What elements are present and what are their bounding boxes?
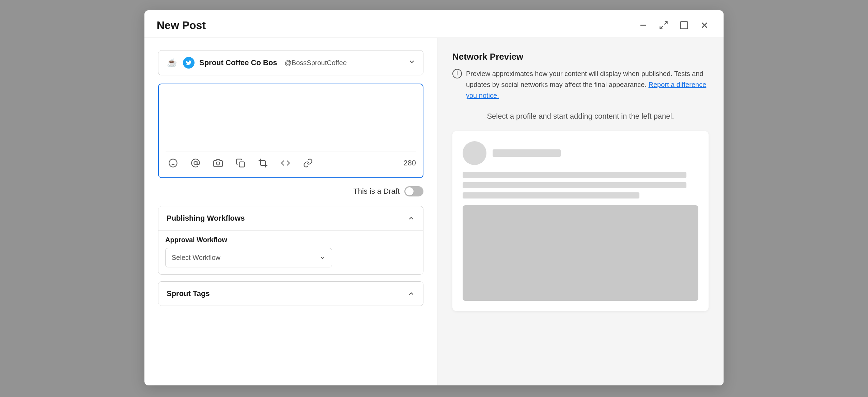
svg-rect-11 — [239, 162, 245, 167]
publishing-workflows-section: Publishing Workflows Approval Workflow S… — [158, 206, 423, 275]
toolbar-icons — [166, 156, 315, 171]
media-button[interactable] — [211, 156, 226, 171]
camera-icon — [213, 158, 223, 168]
tags-chevron-up-icon — [407, 290, 415, 297]
skeleton-line-1 — [463, 172, 686, 178]
compose-area: 280 — [158, 84, 423, 178]
expand-icon — [659, 20, 668, 30]
draft-row: This is a Draft — [158, 186, 423, 196]
char-count: 280 — [403, 159, 416, 167]
right-panel: Network Preview i Preview approximates h… — [437, 38, 724, 385]
workflow-select[interactable]: Select Workflow — [165, 248, 332, 267]
code-button[interactable] — [278, 156, 293, 171]
svg-rect-3 — [681, 22, 688, 29]
info-icon: i — [452, 69, 462, 78]
twitter-icon — [183, 57, 195, 69]
preview-avatar — [463, 141, 486, 165]
modal-title: New Post — [157, 19, 206, 32]
publishing-workflows-body: Approval Workflow Select Workflow — [158, 230, 423, 274]
link-button[interactable] — [300, 156, 315, 171]
workflows-chevron-up-icon — [407, 215, 415, 222]
profile-handle: @BossSproutCoffee — [285, 59, 347, 67]
emoji-button[interactable] — [166, 156, 181, 171]
minimize-icon — [638, 20, 648, 30]
close-icon — [700, 20, 709, 30]
skeleton-line-3 — [463, 192, 639, 198]
publishing-workflows-header[interactable]: Publishing Workflows — [158, 206, 423, 230]
sprout-tags-section: Sprout Tags — [158, 281, 423, 306]
svg-point-9 — [194, 161, 197, 164]
profile-name: Sprout Coffee Co Bos — [199, 58, 277, 67]
link-icon — [303, 158, 313, 168]
preview-placeholder-text: Select a profile and start adding conten… — [452, 112, 709, 121]
maximize-button[interactable] — [677, 18, 691, 32]
maximize-icon — [679, 20, 689, 30]
preview-profile-row — [463, 141, 698, 165]
svg-line-2 — [660, 26, 663, 29]
preview-notice: i Preview approximates how your content … — [452, 68, 709, 101]
modal-overlay: New Post — [0, 0, 868, 397]
emoji-icon — [168, 158, 178, 168]
compose-textarea[interactable] — [166, 91, 416, 146]
sprout-tags-header[interactable]: Sprout Tags — [158, 282, 423, 306]
code-icon — [281, 158, 290, 168]
copy-icon — [236, 158, 245, 168]
preview-content-skeletons — [463, 172, 698, 198]
left-panel: ☕ Sprout Coffee Co Bos @BossSproutCoffee — [144, 38, 437, 385]
profile-info: ☕ Sprout Coffee Co Bos @BossSproutCoffee — [166, 57, 347, 69]
profile-selector[interactable]: ☕ Sprout Coffee Co Bos @BossSproutCoffee — [158, 50, 423, 75]
new-post-modal: New Post — [144, 10, 724, 385]
modal-body: ☕ Sprout Coffee Co Bos @BossSproutCoffee — [144, 38, 724, 385]
preview-notice-text: Preview approximates how your content wi… — [466, 68, 709, 101]
sprout-tags-title: Sprout Tags — [167, 289, 210, 298]
crop-button[interactable] — [255, 156, 270, 171]
coffee-icon: ☕ — [166, 57, 178, 69]
approval-workflow-label: Approval Workflow — [165, 236, 416, 244]
workflow-select-text: Select Workflow — [172, 254, 220, 262]
preview-title: Network Preview — [452, 52, 709, 62]
preview-card — [452, 131, 709, 311]
mention-button[interactable] — [188, 156, 203, 171]
draft-label: This is a Draft — [353, 187, 400, 196]
draft-toggle[interactable] — [404, 186, 423, 196]
close-button[interactable] — [698, 18, 711, 32]
modal-header-actions — [636, 18, 711, 32]
workflow-chevron-down-icon — [320, 255, 326, 261]
preview-name-skeleton — [493, 149, 561, 157]
svg-point-10 — [216, 162, 219, 165]
minimize-button[interactable] — [636, 18, 650, 32]
preview-image-skeleton — [463, 205, 698, 301]
modal-header: New Post — [144, 10, 724, 38]
skeleton-line-2 — [463, 182, 686, 188]
copy-button[interactable] — [233, 156, 248, 171]
crop-icon — [258, 158, 268, 168]
svg-line-1 — [664, 22, 667, 25]
compose-toolbar: 280 — [166, 151, 416, 171]
publishing-workflows-title: Publishing Workflows — [167, 214, 245, 223]
svg-point-6 — [169, 159, 177, 167]
profile-chevron-down-icon — [408, 58, 416, 68]
at-icon — [191, 158, 200, 168]
expand-button[interactable] — [657, 18, 670, 32]
